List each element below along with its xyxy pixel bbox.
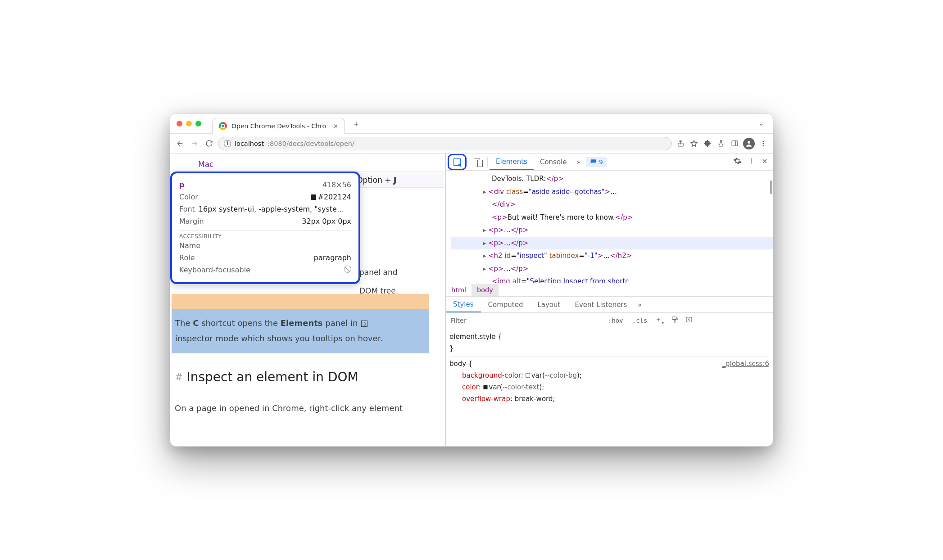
console-tab[interactable]: Console [534, 154, 573, 170]
new-rule-icon[interactable]: ▾ [652, 316, 667, 325]
issues-badge[interactable]: 9 [586, 157, 607, 167]
breadcrumb-body[interactable]: body [472, 284, 499, 296]
margin-overlay [172, 294, 429, 309]
inspect-tooltip: p418×56 Color#202124 Font16px system-ui,… [170, 172, 360, 284]
svg-rect-12 [686, 317, 692, 322]
close-devtools-icon[interactable] [761, 158, 768, 167]
url-host: localhost [235, 140, 264, 147]
settings-icon[interactable] [733, 157, 742, 167]
devtools-panel: Elements Console » 9 DevTools. TLDR:</p>… [445, 154, 773, 446]
reload-button[interactable] [204, 138, 214, 149]
devtools-menu-icon[interactable] [748, 158, 755, 166]
computed-toggle-icon[interactable] [682, 316, 696, 325]
titlebar: Open Chrome DevTools - Chro ✕ ＋ ⌄ [170, 114, 773, 134]
device-toolbar-button[interactable] [471, 156, 483, 168]
new-tab-button[interactable]: ＋ [352, 118, 360, 129]
back-button[interactable] [175, 138, 186, 149]
tooltip-tag: p [179, 181, 184, 189]
mac-label: Mac [189, 157, 245, 172]
page-viewport: Mac Option + C Option + J panel and DOM … [170, 154, 445, 446]
more-tabs-icon[interactable]: » [573, 158, 584, 166]
svg-point-4 [763, 141, 764, 142]
extensions-icon[interactable] [703, 139, 712, 149]
address-bar[interactable]: i localhost:8080/docs/devtools/open/ [218, 137, 672, 150]
close-window[interactable] [177, 121, 182, 126]
styles-pane[interactable]: element.style { } body {_global.scss:6 b… [446, 328, 773, 408]
elements-tab[interactable]: Elements [490, 154, 534, 170]
site-info-icon[interactable]: i [224, 140, 231, 147]
paint-icon[interactable] [667, 316, 682, 325]
color-swatch [311, 194, 316, 200]
svg-point-8 [751, 160, 752, 162]
svg-rect-11 [674, 321, 676, 322]
svg-point-9 [751, 163, 752, 164]
share-icon[interactable] [676, 139, 685, 149]
chrome-menu-icon[interactable] [758, 139, 768, 149]
styles-filter-row: :hov .cls ▾ [446, 313, 773, 328]
layout-tab[interactable]: Layout [530, 297, 567, 312]
more-styles-tabs-icon[interactable]: » [634, 301, 645, 308]
bookmark-icon[interactable] [689, 139, 699, 149]
nav-toolbar: i localhost:8080/docs/devtools/open/ [170, 134, 773, 154]
event-listeners-tab[interactable]: Event Listeners [567, 297, 634, 312]
dom-tree[interactable]: DevTools. TLDR:</p> ▸<div class="aside a… [446, 171, 773, 283]
dom-breadcrumb[interactable]: html body [446, 283, 773, 297]
source-link[interactable]: _global.scss:6 [722, 358, 769, 370]
cls-toggle[interactable]: .cls [628, 317, 652, 324]
not-focusable-icon [344, 266, 351, 273]
window-controls [177, 121, 201, 126]
dom-scrollbar[interactable] [770, 181, 772, 194]
inspect-icon [453, 158, 461, 166]
svg-point-7 [751, 158, 752, 160]
profile-avatar[interactable] [743, 138, 755, 149]
zoom-window[interactable] [195, 121, 201, 126]
device-icon [474, 158, 480, 166]
dom-selected-node[interactable]: ▸<p>…</p> [451, 237, 773, 250]
browser-tab[interactable]: Open Chrome DevTools - Chro ✕ [212, 118, 345, 134]
page-heading: # Inspect an element in DOM [175, 370, 358, 384]
computed-tab[interactable]: Computed [481, 297, 530, 312]
body-paragraph: On a page in opened in Chrome, right-cli… [175, 403, 436, 413]
hash-icon: # [175, 371, 183, 383]
inspect-element-button[interactable] [448, 154, 467, 170]
svg-point-3 [748, 141, 750, 144]
styles-tabbar: Styles Computed Layout Event Listeners » [446, 297, 773, 313]
shortcut-j: Option + J [348, 173, 444, 188]
close-tab-icon[interactable]: ✕ [333, 123, 338, 130]
sidepanel-icon[interactable] [730, 139, 739, 149]
highlighted-paragraph: The C shortcut opens the Elements panel … [172, 309, 429, 353]
styles-tab[interactable]: Styles [446, 297, 481, 312]
labs-icon[interactable] [716, 139, 726, 149]
svg-rect-10 [672, 317, 676, 319]
tabs-caret-icon[interactable]: ⌄ [759, 120, 766, 127]
chrome-favicon [219, 122, 227, 130]
svg-point-5 [763, 143, 764, 144]
browser-window: Open Chrome DevTools - Chro ✕ ＋ ⌄ i loca… [170, 113, 773, 447]
svg-point-6 [763, 145, 764, 146]
hov-toggle[interactable]: :hov [603, 317, 628, 324]
styles-filter-input[interactable] [446, 313, 603, 328]
inspect-icon-inline [361, 321, 367, 327]
minimize-window[interactable] [186, 121, 192, 126]
breadcrumb-html[interactable]: html [446, 284, 472, 296]
url-path: :8080/docs/devtools/open/ [267, 140, 354, 147]
tab-title: Open Chrome DevTools - Chro [231, 122, 326, 130]
tooltip-size: 418×56 [322, 181, 351, 189]
devtools-tabbar: Elements Console » 9 [446, 154, 773, 171]
forward-button[interactable] [189, 138, 200, 149]
svg-rect-1 [732, 141, 738, 146]
